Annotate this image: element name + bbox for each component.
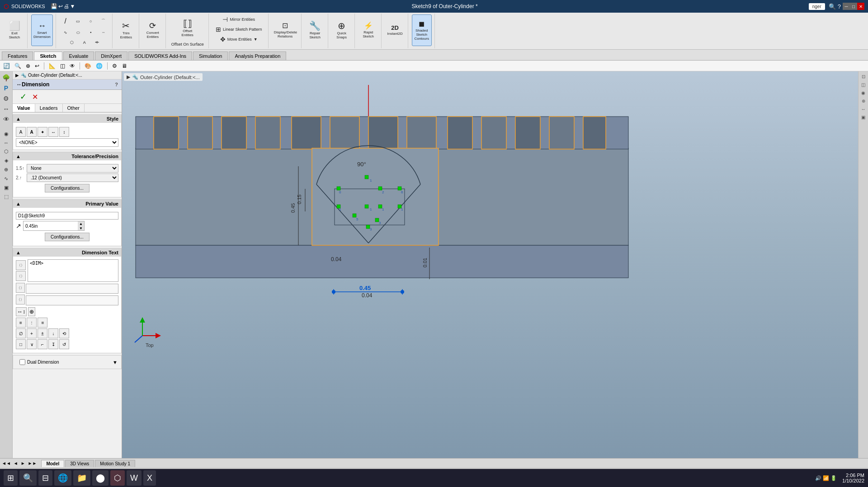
- page-nav-left[interactable]: ◄◄: [2, 461, 11, 466]
- smart-dimension-btn[interactable]: ↔ SmartDimension: [31, 14, 53, 46]
- search-icon[interactable]: 🔍: [829, 3, 836, 10]
- dt-down-btn[interactable]: ↓: [48, 328, 58, 338]
- search-box-area[interactable]: nger: [809, 3, 825, 10]
- primary-value-header[interactable]: ▲ Primary Value: [13, 200, 121, 208]
- pm-help-btn[interactable]: ?: [115, 82, 118, 87]
- rapid-sketch-btn[interactable]: ⚡ RapidSketch: [359, 14, 378, 46]
- dt-align-left[interactable]: ≡: [16, 318, 26, 328]
- dual-dim-checkbox[interactable]: [19, 359, 25, 365]
- style-arrow-h-btn[interactable]: ↔: [48, 127, 58, 137]
- dt-icon-below2[interactable]: 〈〉: [16, 295, 25, 304]
- bottom-tab-3dviews[interactable]: 3D Views: [65, 460, 94, 467]
- tool2-icon[interactable]: ↔: [3, 139, 9, 146]
- config-manager-icon[interactable]: ⚙: [2, 94, 10, 103]
- tool4-icon[interactable]: ◈: [4, 157, 9, 164]
- tool7-icon[interactable]: ▣: [3, 184, 9, 192]
- taskbar-chrome-btn[interactable]: ⬤: [92, 470, 108, 486]
- zoom-area-btn[interactable]: ⊕: [24, 62, 32, 70]
- centerline-btn[interactable]: ┄: [98, 29, 109, 36]
- pm-tab-leaders[interactable]: Leaders: [35, 104, 63, 112]
- tab-sketch[interactable]: Sketch: [34, 52, 62, 60]
- quick-access-undo[interactable]: ↩: [58, 3, 63, 9]
- r-icon5[interactable]: ↔: [860, 106, 867, 112]
- spline-btn[interactable]: ∿: [60, 29, 71, 36]
- shaded-sketch-btn[interactable]: ◼ ShadedSketchContours: [412, 14, 432, 46]
- style-arrow-v-btn[interactable]: ↕: [59, 127, 69, 137]
- quick-snaps-btn[interactable]: ⊕ QuickSnaps: [332, 14, 352, 46]
- pv-config-btn[interactable]: Configurations...: [45, 233, 90, 241]
- bottom-tab-model[interactable]: Model: [41, 460, 64, 467]
- pv-link-icon[interactable]: ↗: [16, 222, 21, 229]
- offset-entities-btn[interactable]: ⟦⟧ OffsetEntities: [178, 14, 198, 41]
- tool5-icon[interactable]: ⊕: [3, 166, 9, 173]
- dt-align-center[interactable]: ⋮: [27, 318, 37, 328]
- quick-access-more[interactable]: ▼: [70, 3, 75, 9]
- taskbar-search-btn[interactable]: 🔍: [19, 470, 37, 486]
- dt-format-icon2[interactable]: ⊕: [28, 307, 35, 316]
- pv-name-input[interactable]: [16, 212, 118, 220]
- feature-manager-icon[interactable]: 🌳: [1, 73, 11, 82]
- display-manager-icon[interactable]: 👁: [2, 115, 10, 124]
- taskbar-start-btn[interactable]: ⊞: [4, 470, 18, 486]
- r-icon2[interactable]: ◫: [860, 81, 866, 88]
- page-nav-next[interactable]: ►: [21, 461, 25, 466]
- taskbar-taskview-btn[interactable]: ⊟: [38, 470, 52, 486]
- zoom-prev-btn[interactable]: ↩: [33, 62, 41, 70]
- dt-icon-below1[interactable]: 〈〉: [16, 283, 25, 293]
- taskbar-explorer-btn[interactable]: 📁: [73, 470, 90, 486]
- dt-main-input[interactable]: <DIM>: [28, 259, 118, 282]
- style-star-btn[interactable]: ✦: [38, 127, 47, 137]
- bottom-tab-motionstudy1[interactable]: Motion Study 1: [95, 460, 135, 467]
- tool1-icon[interactable]: ◉: [3, 130, 9, 138]
- dt-chevron-btn[interactable]: ∨: [27, 339, 37, 349]
- style-section-header[interactable]: ▲ Style: [13, 115, 121, 123]
- tab-analysis[interactable]: Analysis Preparation: [229, 52, 286, 60]
- dt-reload-btn[interactable]: ↺: [59, 339, 69, 349]
- arc-btn[interactable]: ⌒: [98, 17, 109, 25]
- linear-pattern-btn[interactable]: ⊞ Linear Sketch Pattern: [214, 24, 264, 34]
- r-icon1[interactable]: ⊡: [861, 73, 866, 80]
- appearance-btn[interactable]: 🎨: [83, 62, 93, 70]
- r-icon4[interactable]: ⊕: [861, 98, 866, 104]
- r-icon6[interactable]: ▣: [860, 114, 866, 121]
- hide-show-btn[interactable]: 👁: [68, 62, 76, 70]
- dt-bracket-btn[interactable]: ⌐: [38, 339, 47, 349]
- dt-diameter-btn[interactable]: ∅: [16, 328, 26, 338]
- circle-btn[interactable]: ○: [85, 18, 97, 24]
- pv-down-btn[interactable]: ▼: [78, 226, 84, 230]
- r-icon3[interactable]: ◉: [860, 89, 866, 96]
- taskbar-sw-btn[interactable]: ⬡: [110, 470, 125, 486]
- close-btn[interactable]: ✕: [857, 3, 864, 10]
- dt-icon-above1[interactable]: 〈〉: [16, 260, 26, 270]
- style-bold-btn[interactable]: A: [27, 127, 37, 137]
- dt-plus-btn[interactable]: +: [27, 328, 37, 338]
- pm-tab-other[interactable]: Other: [63, 104, 85, 112]
- minimize-btn[interactable]: ─: [843, 3, 850, 10]
- style-dropdown[interactable]: <NONE>: [16, 138, 118, 147]
- offset-surface-btn[interactable]: Offset On Surface: [170, 41, 206, 47]
- convert-entities-btn[interactable]: ⟳ ConvertEntities: [143, 14, 163, 46]
- dual-dim-expand[interactable]: ▼: [113, 360, 118, 365]
- page-nav-prev[interactable]: ◄: [14, 461, 18, 466]
- maximize-btn[interactable]: □: [850, 3, 857, 10]
- taskbar-excel-btn[interactable]: X: [143, 470, 156, 486]
- tab-features[interactable]: Features: [2, 52, 33, 60]
- pv-up-btn[interactable]: ▲: [78, 221, 84, 226]
- dt-rotate-btn[interactable]: ⟲: [59, 328, 69, 338]
- pm-cancel-btn[interactable]: ✕: [32, 93, 38, 101]
- dt-box-btn[interactable]: □: [16, 339, 26, 349]
- repair-sketch-btn[interactable]: 🔧 RepairSketch: [305, 14, 325, 46]
- mirror-entities-btn[interactable]: ⊣ Mirror Entities: [221, 14, 257, 24]
- scene-btn[interactable]: 🌐: [94, 62, 104, 70]
- taskbar-word-btn[interactable]: W: [127, 470, 142, 486]
- view-orientation-btn[interactable]: 📐: [47, 62, 57, 70]
- ft-expand-icon[interactable]: ▶: [127, 74, 130, 80]
- view-settings-btn[interactable]: ⚙: [111, 62, 118, 70]
- pm-tab-value[interactable]: Value: [13, 104, 35, 112]
- dt-align-right[interactable]: ≡: [38, 318, 47, 328]
- dim-text-header[interactable]: ▲ Dimension Text: [13, 248, 121, 257]
- tab-addins[interactable]: SOLIDWORKS Add-Ins: [128, 52, 192, 60]
- point-btn[interactable]: •: [85, 29, 97, 36]
- help-icon[interactable]: ?: [838, 3, 841, 10]
- move-dropdown[interactable]: ▼: [254, 37, 258, 42]
